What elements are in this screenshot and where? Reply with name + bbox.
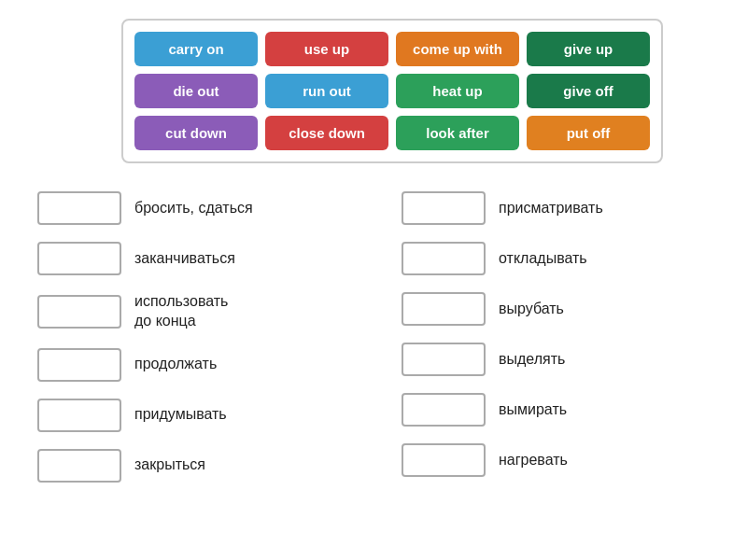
match-row: придумывать	[37, 399, 364, 432]
translation-label: продолжать	[134, 355, 217, 374]
match-row: вырубать	[402, 292, 728, 326]
match-row: продолжать	[37, 348, 364, 382]
answer-box[interactable]	[402, 443, 486, 477]
match-section: бросить, сдатьсязаканчиватьсяиспользоват…	[19, 191, 728, 483]
match-row: выделять	[402, 343, 728, 376]
phrase-button[interactable]: run out	[265, 74, 388, 108]
answer-box[interactable]	[37, 348, 121, 382]
phrase-button[interactable]: heat up	[396, 74, 519, 108]
translation-label: вымирать	[499, 400, 567, 420]
phrase-button[interactable]: give off	[527, 74, 650, 108]
answer-box[interactable]	[402, 242, 486, 275]
match-row: присматривать	[402, 191, 728, 225]
button-row-3: cut downclose downlook afterput off	[134, 116, 650, 150]
answer-box[interactable]	[37, 449, 121, 483]
translation-label: вырубать	[499, 300, 564, 319]
match-column-right: присматриватьоткладыватьвырубатьвыделять…	[402, 191, 728, 483]
match-row: вымирать	[402, 393, 728, 427]
translation-label: присматривать	[499, 199, 603, 218]
phrase-button[interactable]: carry on	[134, 32, 258, 66]
match-row: закрыться	[37, 449, 364, 483]
match-column-left: бросить, сдатьсязаканчиватьсяиспользоват…	[37, 191, 364, 483]
answer-box[interactable]	[37, 242, 121, 275]
answer-box[interactable]	[37, 295, 121, 329]
phrase-button[interactable]: give up	[527, 32, 650, 66]
translation-label: заканчиваться	[134, 249, 235, 269]
translation-label: выделять	[499, 350, 565, 370]
match-row: заканчиваться	[37, 242, 364, 275]
phrase-button[interactable]: put off	[527, 116, 650, 150]
button-row-1: carry onuse upcome up withgive up	[134, 32, 650, 66]
translation-label: откладывать	[499, 249, 587, 269]
translation-label: бросить, сдаться	[134, 199, 253, 218]
phrase-button[interactable]: cut down	[134, 116, 258, 150]
translation-label: придумывать	[134, 405, 227, 425]
translation-label: закрыться	[134, 455, 205, 475]
match-row: бросить, сдаться	[37, 191, 364, 225]
answer-box[interactable]	[402, 393, 486, 427]
phrase-button[interactable]: use up	[265, 32, 388, 66]
match-row: откладывать	[402, 242, 728, 275]
match-row: использовать до конца	[37, 292, 364, 331]
translation-label: использовать до конца	[134, 292, 228, 331]
answer-box[interactable]	[402, 343, 486, 376]
phrase-button[interactable]: close down	[265, 116, 388, 150]
match-row: нагревать	[402, 443, 728, 477]
button-grid: carry onuse upcome up withgive up die ou…	[121, 19, 663, 163]
answer-box[interactable]	[402, 292, 486, 326]
translation-label: нагревать	[499, 451, 568, 470]
answer-box[interactable]	[402, 191, 486, 225]
answer-box[interactable]	[37, 191, 121, 225]
phrase-button[interactable]: come up with	[396, 32, 519, 66]
phrase-button[interactable]: look after	[396, 116, 519, 150]
phrase-button[interactable]: die out	[134, 74, 258, 108]
button-row-2: die outrun outheat upgive off	[134, 74, 650, 108]
answer-box[interactable]	[37, 399, 121, 432]
